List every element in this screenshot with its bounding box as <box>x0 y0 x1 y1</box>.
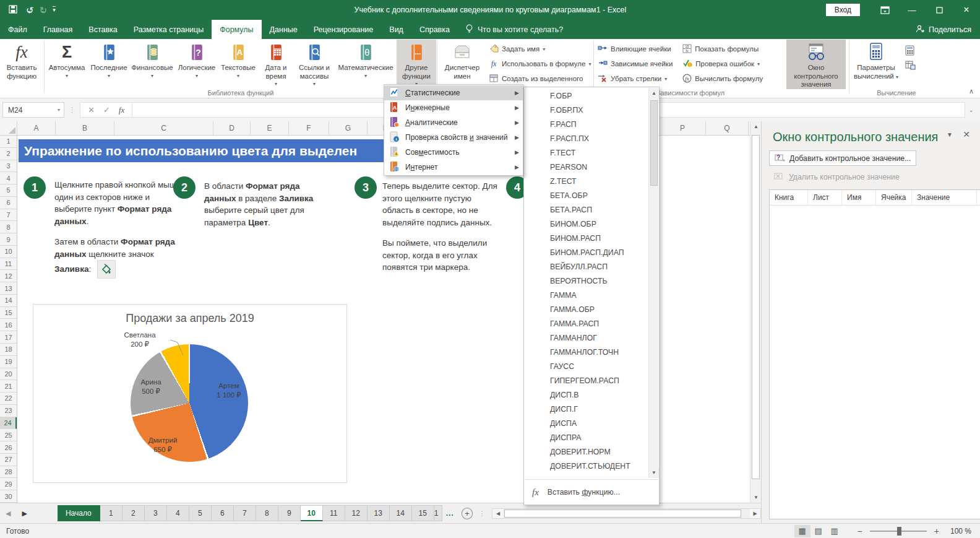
function-item-ГИПЕРГЕОМ.РАСП[interactable]: ГИПЕРГЕОМ.РАСП <box>524 374 648 388</box>
tab-Вид[interactable]: Вид <box>381 20 411 39</box>
function-item-ГАММА[interactable]: ГАММА <box>524 289 648 303</box>
share-button[interactable]: Поделиться <box>916 20 971 39</box>
row-header-29[interactable]: 29 <box>0 478 17 490</box>
function-item-ГАУСС[interactable]: ГАУСС <box>524 360 648 374</box>
save-icon[interactable] <box>9 5 17 15</box>
tab-Формулы[interactable]: Формулы <box>212 20 261 39</box>
zoom-out-icon[interactable]: − <box>855 526 865 536</box>
submenu-scrollbar[interactable]: ▲ ▼ <box>648 88 658 478</box>
текстовые-button[interactable]: AТекстовые▾ <box>218 40 258 89</box>
function-item-ГАММАНЛОГ[interactable]: ГАММАНЛОГ <box>524 331 648 345</box>
sheet-tab-3[interactable]: 3 <box>145 505 167 521</box>
row-header-22[interactable]: 22 <box>0 393 17 405</box>
sheet-tab-1[interactable]: 1 <box>100 505 123 521</box>
function-item-F.РАСП.ПХ[interactable]: F.РАСП.ПХ <box>524 132 648 146</box>
sheet-nav-left-icon[interactable]: ◀ <box>0 510 16 518</box>
row-header-26[interactable]: 26 <box>0 441 17 454</box>
sheet-tab-overflow[interactable]: 1 <box>434 505 442 521</box>
menu-item-инженерные[interactable]: AИнженерные▶ <box>384 100 523 115</box>
function-item-БЕТА.ОБР[interactable]: БЕТА.ОБР <box>524 189 648 203</box>
maximize-button[interactable] <box>926 0 953 20</box>
row-header-3[interactable]: 3 <box>0 160 17 173</box>
zoom-slider[interactable] <box>870 531 927 532</box>
row-header-9[interactable]: 9 <box>0 233 17 246</box>
zoom-level[interactable]: 100 % <box>950 527 980 536</box>
add-watch-button[interactable]: ? Добавить контрольное значение... <box>769 150 916 166</box>
function-item-ВЕРОЯТНОСТЬ[interactable]: ВЕРОЯТНОСТЬ <box>524 274 648 289</box>
function-item-F.РАСП[interactable]: F.РАСП <box>524 118 648 132</box>
redo-icon[interactable]: ↻▾ <box>40 6 45 15</box>
последние-button[interactable]: Последние▾ <box>88 40 129 89</box>
математические-button[interactable]: θМатематические▾ <box>335 40 397 89</box>
function-item-PEARSON[interactable]: PEARSON <box>524 160 648 175</box>
row-header-16[interactable]: 16 <box>0 319 17 331</box>
row-header-7[interactable]: 7 <box>0 209 17 222</box>
sheet-tab-4[interactable]: 4 <box>167 505 189 521</box>
panel-close-icon[interactable]: ✕ <box>963 129 970 139</box>
row-header-14[interactable]: 14 <box>0 295 17 307</box>
зависимые-ячейки-button[interactable]: Зависимые ячейки <box>595 57 676 71</box>
row-header-15[interactable]: 15 <box>0 307 17 319</box>
column-header-B[interactable]: B <box>56 121 114 135</box>
column-header-Q[interactable]: Q <box>706 121 749 135</box>
логические-button[interactable]: ?Логические▾ <box>175 40 218 89</box>
horizontal-scrollbar[interactable]: ◀ ▶ <box>492 508 761 519</box>
row-header-10[interactable]: 10 <box>0 246 17 258</box>
expand-formula-bar-icon[interactable]: ⌄ <box>969 106 980 113</box>
function-item-БИНОМ.РАСП.ДИАП[interactable]: БИНОМ.РАСП.ДИАП <box>524 246 648 260</box>
row-header-1[interactable]: 1 <box>0 136 17 148</box>
column-header-D[interactable]: D <box>213 121 251 135</box>
function-item-ДИСП.В[interactable]: ДИСП.В <box>524 388 648 402</box>
вычислить-формулу-button[interactable]: fxВычислить формулу <box>679 72 766 85</box>
row-header-13[interactable]: 13 <box>0 282 17 295</box>
normal-view-icon[interactable]: ▦ <box>794 525 810 537</box>
row-header-6[interactable]: 6 <box>0 197 17 209</box>
signin-button[interactable]: Вход <box>826 4 860 16</box>
показать-формулы-button[interactable]: 15fxПоказать формулы <box>679 42 766 56</box>
sheet-tabs-ellipsis[interactable]: ... <box>442 509 458 518</box>
delete-watch-button[interactable]: Удалить контрольное значение <box>769 169 905 184</box>
page-break-view-icon[interactable]: ▥ <box>827 525 843 537</box>
column-header-F[interactable]: F <box>289 121 329 135</box>
zoom-slider-thumb[interactable] <box>897 527 901 536</box>
function-item-F.ОБР[interactable]: F.ОБР <box>524 89 648 103</box>
sheet-tab-13[interactable]: 13 <box>368 505 390 521</box>
collapse-ribbon-icon[interactable]: ∧ <box>969 87 974 95</box>
row-header-25[interactable]: 25 <box>0 429 17 441</box>
sheet-nav-right-icon[interactable]: ▶ <box>16 510 32 518</box>
submenu-scrollbar-thumb[interactable] <box>650 100 658 186</box>
function-item-БЕТА.РАСП[interactable]: БЕТА.РАСП <box>524 203 648 217</box>
function-item-ГАММА.ОБР[interactable]: ГАММА.ОБР <box>524 303 648 317</box>
function-item-F.ТЕСТ[interactable]: F.ТЕСТ <box>524 146 648 160</box>
проверка-ошибок-button[interactable]: !Проверка ошибок▾ <box>679 57 766 71</box>
cancel-entry-icon[interactable]: ✕ <box>88 105 95 115</box>
column-header-G[interactable]: G <box>329 121 368 135</box>
function-item-ДОВЕРИТ.НОРМ[interactable]: ДОВЕРИТ.НОРМ <box>524 445 648 459</box>
column-header-E[interactable]: E <box>251 121 289 135</box>
tab-Рецензирование[interactable]: Рецензирование <box>306 20 382 39</box>
horizontal-scrollbar-thumb[interactable] <box>504 510 741 518</box>
function-item-ДОВЕРИТ.СТЬЮДЕНТ[interactable]: ДОВЕРИТ.СТЬЮДЕНТ <box>524 459 648 474</box>
другие-функции-button[interactable]: ...Другие функции▾ <box>397 40 436 89</box>
использовать-в-формуле-button[interactable]: fxИспользовать в формуле▾ <box>486 57 594 71</box>
column-header-P[interactable]: P <box>660 121 706 135</box>
function-item-ГАММА.РАСП[interactable]: ГАММА.РАСП <box>524 317 648 331</box>
row-header-27[interactable]: 27 <box>0 454 17 466</box>
финансовые-button[interactable]: Финансовые▾ <box>129 40 175 89</box>
scroll-up-icon[interactable]: ▲ <box>649 88 659 98</box>
function-item-ДИСПА[interactable]: ДИСПА <box>524 417 648 431</box>
убрать-стрелки-button[interactable]: Убрать стрелки▾ <box>595 72 676 85</box>
confirm-entry-icon[interactable]: ✓ <box>103 105 110 115</box>
name-box[interactable]: M24▾ <box>2 102 64 118</box>
sheet-tab-Начало[interactable]: Начало <box>58 505 100 521</box>
panel-options-icon[interactable]: ▼ <box>947 131 953 138</box>
row-header-17[interactable]: 17 <box>0 331 17 344</box>
ссылки-и-массивы-button[interactable]: Ссылки и массивы▾ <box>294 40 335 89</box>
row-header-5[interactable]: 5 <box>0 184 17 197</box>
vertical-scrollbar[interactable]: ▲ ▼ <box>750 121 761 503</box>
автосумма-button[interactable]: ΣАвтосумма▾ <box>45 40 88 89</box>
column-header-C[interactable]: C <box>114 121 213 135</box>
sheet-tab-6[interactable]: 6 <box>212 505 234 521</box>
row-header-8[interactable]: 8 <box>0 221 17 233</box>
дата-и-время-button[interactable]: Дата и время▾ <box>258 40 294 89</box>
